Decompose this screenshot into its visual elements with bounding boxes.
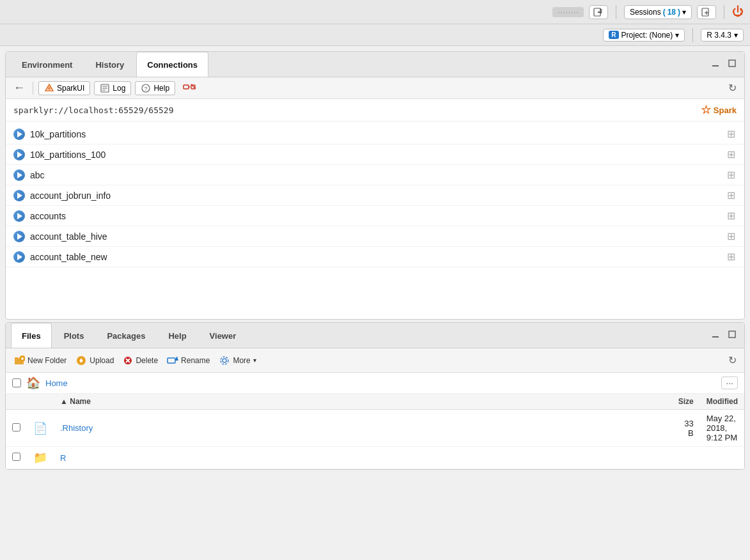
connections-toolbar: ← SparkUI Log ? Help [6, 77, 744, 99]
back-button[interactable]: ← [11, 80, 27, 96]
lower-maximize-button[interactable] [725, 329, 739, 342]
lower-minimize-button[interactable] [708, 329, 723, 342]
r-version-label: R 3.4.3 [707, 31, 731, 40]
delete-icon [123, 355, 133, 366]
new-session-button[interactable] [697, 5, 716, 19]
separator [616, 5, 616, 19]
help-conn-label: Help [153, 84, 169, 93]
tab-files[interactable]: Files [11, 323, 52, 348]
lower-tab-actions [708, 329, 739, 342]
folder-icon: 📁 [33, 451, 47, 464]
table-item-left: account_table_new [13, 251, 107, 263]
minimize-icon [711, 330, 720, 339]
upper-minimize-button[interactable] [708, 58, 723, 71]
play-icon [13, 231, 25, 242]
svg-rect-15 [184, 85, 189, 89]
table-item-left: account_table_hive [13, 231, 107, 242]
table-item-left: 10k_partitions_100 [13, 149, 105, 160]
sessions-chevron-icon: ▾ [682, 8, 686, 17]
share-button[interactable] [589, 5, 608, 19]
table-name: 10k_partitions [30, 129, 86, 139]
file-name-cell[interactable]: R [54, 447, 672, 469]
upper-panel: Environment History Connections ← [5, 51, 745, 320]
play-icon [13, 210, 25, 222]
file-row-checkbox[interactable] [12, 423, 20, 432]
table-item[interactable]: account_table_new ⊞ [6, 247, 744, 267]
file-table-name-header[interactable]: ▲ Name [54, 394, 672, 410]
tab-plots[interactable]: Plots [53, 323, 95, 348]
r-badge: R [609, 31, 618, 39]
sessions-label: Sessions [630, 8, 661, 17]
grid-icon: ⊞ [727, 189, 735, 201]
upper-maximize-button[interactable] [725, 58, 739, 71]
select-all-checkbox[interactable] [12, 378, 21, 387]
svg-point-33 [223, 359, 226, 362]
connection-url: sparklyr://localhost:65529/65529 [13, 105, 173, 115]
file-table-header-row: ▲ Name Size Modified [6, 394, 744, 410]
tab-environment[interactable]: Environment [11, 52, 83, 77]
rename-button[interactable]: Rename [164, 354, 212, 368]
project-bar: R Project: (None) ▾ R 3.4.3 ▾ [0, 24, 750, 46]
delete-button[interactable]: Delete [120, 354, 160, 367]
table-item[interactable]: accounts ⊞ [6, 206, 744, 226]
help-conn-button[interactable]: ? Help [135, 81, 175, 95]
list-item: 📁 R [6, 447, 744, 469]
svg-rect-1 [702, 8, 708, 16]
more-button[interactable]: More ▾ [216, 354, 258, 368]
svg-rect-26 [81, 361, 82, 362]
r-version-button[interactable]: R 3.4.3 ▾ [701, 29, 744, 42]
file-table-date-header[interactable]: Modified [700, 394, 744, 410]
sparkui-button[interactable]: SparkUI [38, 81, 90, 95]
file-row-checkbox[interactable] [12, 453, 20, 461]
tab-viewer[interactable]: Viewer [199, 323, 247, 348]
grid-icon: ⊞ [727, 128, 735, 140]
lower-tab-bar: Files Plots Packages Help Viewer [6, 323, 744, 348]
table-item[interactable]: 10k_partitions_100 ⊞ [6, 144, 744, 165]
refresh-connections-button[interactable]: ↻ [726, 81, 739, 95]
breadcrumb-left: 🏠 Home [12, 376, 68, 390]
sessions-button[interactable]: Sessions (18) ▾ [624, 5, 692, 19]
file-table-checkbox-header [6, 394, 27, 410]
svg-rect-30 [168, 358, 175, 363]
table-item[interactable]: 10k_partitions ⊞ [6, 124, 744, 144]
delete-label: Delete [136, 356, 158, 365]
svg-rect-19 [712, 336, 719, 338]
home-link[interactable]: Home [45, 378, 68, 388]
project-button[interactable]: R Project: (None) ▾ [603, 29, 685, 42]
file-table-size-header[interactable]: Size [672, 394, 700, 410]
sparkui-icon [44, 83, 54, 93]
tab-help[interactable]: Help [157, 323, 197, 348]
file-name-cell[interactable]: .Rhistory [54, 410, 672, 447]
upload-button[interactable]: Upload [73, 354, 116, 368]
power-button[interactable]: ⏻ [732, 5, 744, 19]
table-name: account_jobrun_info [30, 191, 111, 201]
refresh-files-button[interactable]: ↻ [726, 353, 739, 368]
svg-rect-20 [729, 331, 735, 338]
play-icon [13, 149, 25, 160]
disconnect-icon [183, 82, 196, 92]
svg-point-34 [221, 357, 228, 364]
tab-connections[interactable]: Connections [136, 52, 208, 77]
toolbar-divider1 [33, 82, 33, 95]
play-icon [13, 190, 25, 201]
table-name: account_table_new [30, 252, 107, 262]
sessions-count: ( [663, 8, 666, 17]
new-folder-button[interactable]: New Folder [11, 354, 69, 368]
breadcrumb-bar: 🏠 Home ··· [6, 373, 744, 394]
file-date-cell: May 22, 2018, 9:12 PM [700, 410, 744, 447]
table-name: 10k_partitions_100 [30, 150, 105, 160]
breadcrumb-menu-button[interactable]: ··· [721, 377, 738, 389]
help-conn-icon: ? [141, 83, 151, 93]
table-name: abc [30, 170, 45, 180]
play-icon [13, 128, 25, 140]
disconnect-button[interactable] [179, 81, 199, 95]
tab-history[interactable]: History [84, 52, 135, 77]
more-chevron-icon: ▾ [253, 357, 256, 364]
lower-tabs: Files Plots Packages Help Viewer [11, 323, 247, 348]
table-item[interactable]: account_jobrun_info ⊞ [6, 185, 744, 206]
table-item-left: accounts [13, 210, 66, 222]
log-button[interactable]: Log [94, 81, 131, 95]
tab-packages[interactable]: Packages [96, 323, 156, 348]
table-item[interactable]: abc ⊞ [6, 165, 744, 185]
table-item[interactable]: account_table_hive ⊞ [6, 226, 744, 247]
